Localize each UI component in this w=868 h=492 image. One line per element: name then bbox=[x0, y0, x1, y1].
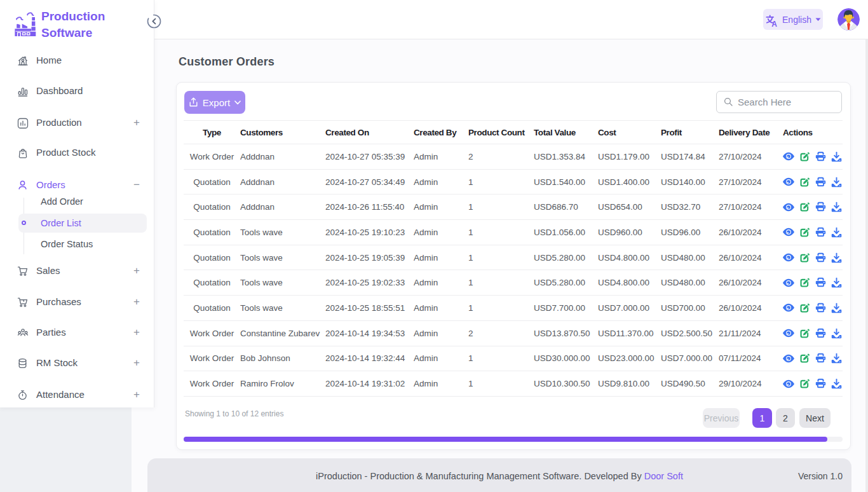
svg-text:A: A bbox=[771, 19, 777, 27]
